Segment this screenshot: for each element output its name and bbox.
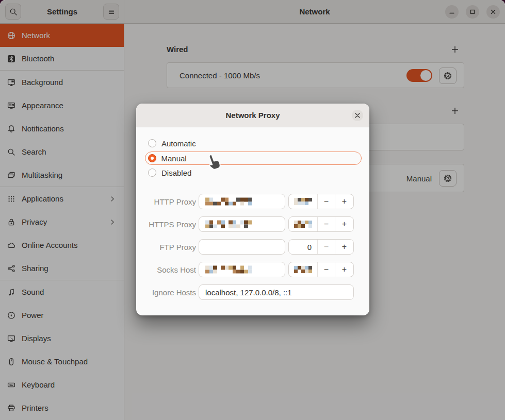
- socks-host-label: Socks Host: [136, 265, 196, 274]
- mouse-cursor: [205, 154, 222, 173]
- ftp-proxy-label: FTP Proxy: [136, 243, 196, 251]
- redacted-pixelation: [205, 266, 252, 274]
- settings-window: Settings Network NetworkBluetoothBackgro…: [0, 0, 505, 420]
- radio-unchecked-icon[interactable]: [148, 169, 156, 177]
- port-decrement-button[interactable]: −: [318, 194, 335, 209]
- ignore-hosts-input[interactable]: localhost, 127.0.0.0/8, ::1: [199, 284, 354, 300]
- port-decrement-button[interactable]: −: [318, 240, 335, 254]
- http-proxy-label: HTTP Proxy: [136, 197, 196, 206]
- https-proxy-port-spinner: −+: [288, 216, 354, 232]
- ftp-proxy-input[interactable]: [199, 239, 285, 255]
- ignore-hosts-label: Ignore Hosts: [136, 288, 196, 297]
- proxy-option-label: Disabled: [161, 169, 191, 177]
- dialog-title: Network Proxy: [136, 104, 369, 127]
- port-increment-button[interactable]: +: [335, 262, 353, 277]
- dialog-headerbar: Network Proxy: [136, 104, 369, 127]
- port-value[interactable]: [289, 194, 318, 209]
- port-value[interactable]: [289, 217, 318, 231]
- proxy-option-automatic[interactable]: Automatic: [145, 137, 362, 150]
- port-value[interactable]: 0: [289, 240, 318, 254]
- http-proxy-input[interactable]: [199, 194, 285, 209]
- port-number: 0: [307, 243, 312, 251]
- redacted-pixelation: [205, 198, 252, 206]
- proxy-option-label: Automatic: [161, 139, 196, 148]
- redacted-pixelation: [294, 198, 312, 205]
- port-increment-button[interactable]: +: [335, 240, 353, 254]
- ftp-proxy-port-spinner: 0−+: [288, 239, 354, 255]
- network-proxy-dialog: Network Proxy AutomaticManualDisabled HT…: [136, 104, 369, 315]
- http-proxy-port-spinner: −+: [288, 194, 354, 209]
- ignore-hosts-value: localhost, 127.0.0.0/8, ::1: [205, 288, 292, 297]
- port-increment-button[interactable]: +: [335, 194, 353, 209]
- radio-checked-icon[interactable]: [148, 154, 156, 162]
- proxy-option-manual[interactable]: Manual: [145, 152, 362, 165]
- dialog-close-button[interactable]: [352, 110, 363, 121]
- proxy-option-disabled[interactable]: Disabled: [145, 166, 362, 179]
- port-value[interactable]: [289, 262, 318, 277]
- redacted-pixelation: [294, 266, 312, 273]
- port-increment-button[interactable]: +: [335, 217, 353, 231]
- socks-host-port-spinner: −+: [288, 262, 354, 277]
- port-decrement-button[interactable]: −: [318, 217, 335, 231]
- https-proxy-input[interactable]: [199, 216, 285, 232]
- redacted-pixelation: [205, 221, 252, 228]
- proxy-option-label: Manual: [161, 154, 187, 163]
- redacted-pixelation: [294, 221, 312, 228]
- port-decrement-button[interactable]: −: [318, 262, 335, 277]
- https-proxy-label: HTTPS Proxy: [136, 220, 196, 229]
- socks-host-input[interactable]: [199, 262, 285, 277]
- radio-unchecked-icon[interactable]: [148, 139, 156, 147]
